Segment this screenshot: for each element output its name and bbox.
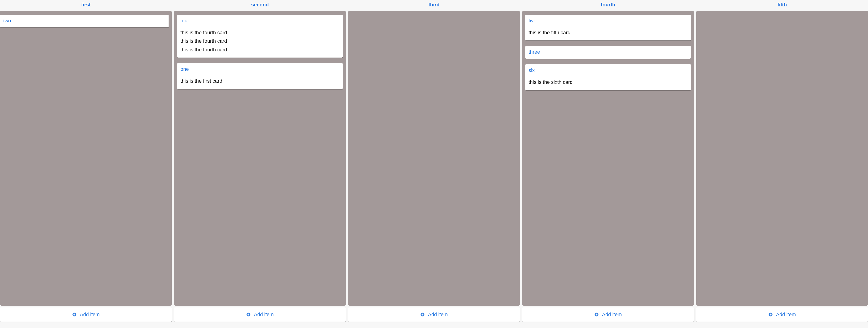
card[interactable]: five this is the fifth card	[525, 15, 691, 40]
card-title[interactable]: four	[181, 18, 189, 24]
card[interactable]: six this is the sixth card	[525, 64, 691, 90]
add-item-button[interactable]: Add item	[0, 307, 172, 322]
card[interactable]: one this is the first card	[177, 63, 343, 89]
column-body[interactable]: four this is the fourth card this is the…	[174, 11, 346, 306]
kanban-board: first two Add item second four this is t…	[0, 0, 868, 326]
column-fifth: fifth Add item	[696, 0, 868, 322]
column-second: second four this is the fourth card this…	[174, 0, 346, 322]
add-item-label: Add item	[80, 311, 100, 318]
column-body[interactable]: two	[0, 11, 172, 306]
column-header[interactable]: fifth	[696, 0, 868, 11]
column-first: first two Add item	[0, 0, 172, 322]
plus-circle-icon	[768, 312, 773, 317]
card-title[interactable]: three	[529, 49, 540, 55]
column-header[interactable]: third	[348, 0, 520, 11]
column-header[interactable]: first	[0, 0, 172, 11]
card-body: this is the sixth card	[529, 78, 687, 86]
card-title[interactable]: five	[529, 18, 536, 24]
add-item-label: Add item	[254, 311, 274, 318]
card-title[interactable]: six	[529, 67, 535, 73]
card-title[interactable]: one	[181, 66, 189, 72]
card[interactable]: three	[525, 46, 691, 59]
plus-circle-icon	[420, 312, 425, 317]
add-item-label: Add item	[776, 311, 796, 318]
plus-circle-icon	[72, 312, 76, 317]
column-fourth: fourth five this is the fifth card three…	[522, 0, 694, 322]
plus-circle-icon	[594, 312, 599, 317]
add-item-label: Add item	[428, 311, 448, 318]
column-header[interactable]: second	[174, 0, 346, 11]
card[interactable]: four this is the fourth card this is the…	[177, 15, 343, 58]
card-body: this is the fifth card	[529, 28, 687, 37]
add-item-button[interactable]: Add item	[522, 307, 694, 322]
add-item-label: Add item	[602, 311, 622, 318]
card-body: this is the first card	[181, 77, 339, 85]
plus-circle-icon	[246, 312, 251, 317]
card-body: this is the fourth card this is the four…	[181, 28, 339, 54]
column-body[interactable]	[348, 11, 520, 306]
column-body[interactable]	[696, 11, 868, 306]
add-item-button[interactable]: Add item	[348, 307, 520, 322]
column-header[interactable]: fourth	[522, 0, 694, 11]
card-title[interactable]: two	[3, 18, 11, 24]
column-body[interactable]: five this is the fifth card three six th…	[522, 11, 694, 306]
card[interactable]: two	[0, 15, 168, 27]
add-item-button[interactable]: Add item	[696, 307, 868, 322]
add-item-button[interactable]: Add item	[174, 307, 346, 322]
column-third: third Add item	[348, 0, 520, 322]
